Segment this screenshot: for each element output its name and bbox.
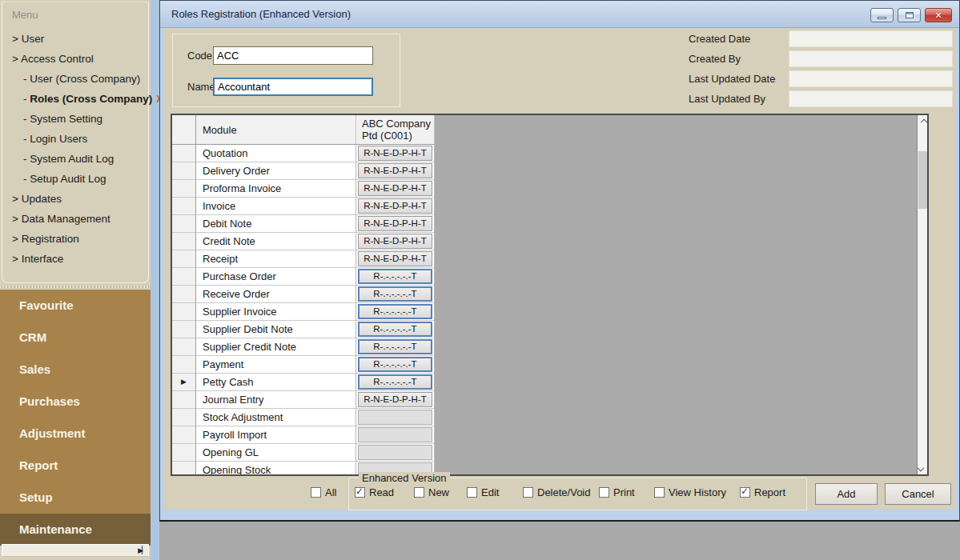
category-button[interactable]: Sales bbox=[0, 354, 151, 386]
module-cell[interactable]: Petty Cash bbox=[196, 374, 356, 391]
category-button[interactable]: CRM bbox=[0, 322, 151, 354]
vertical-scrollbar[interactable] bbox=[917, 115, 927, 474]
row-selector[interactable]: ▶ bbox=[172, 145, 196, 162]
module-cell[interactable]: Supplier Credit Note bbox=[196, 338, 356, 356]
row-selector[interactable]: ▶ bbox=[172, 374, 196, 391]
permission-button[interactable]: R-.-.-.-.-.-T bbox=[358, 339, 432, 354]
meta-field[interactable] bbox=[789, 70, 953, 87]
scrollbar-thumb[interactable] bbox=[918, 151, 927, 209]
footer-checkbox[interactable]: ✓ Report bbox=[740, 486, 785, 498]
footer-checkbox[interactable]: ✓ All bbox=[311, 486, 336, 498]
row-selector[interactable]: ▶ bbox=[172, 215, 196, 233]
permission-button[interactable]: R-.-.-.-.-.-T bbox=[358, 286, 432, 302]
category-button[interactable]: Purchases bbox=[0, 386, 151, 418]
permission-button[interactable]: R-N-E-D-P-H-T bbox=[358, 251, 432, 266]
tree-item[interactable]: - User (Cross Company) bbox=[2, 69, 148, 89]
tree-item[interactable]: > User bbox=[2, 29, 148, 49]
scroll-down-button[interactable] bbox=[918, 462, 927, 474]
module-cell[interactable]: Invoice bbox=[196, 198, 356, 215]
minimize-button[interactable] bbox=[870, 8, 894, 22]
module-cell[interactable]: Payment bbox=[196, 356, 356, 374]
row-selector[interactable]: ▶ bbox=[172, 444, 196, 462]
row-selector[interactable]: ▶ bbox=[172, 233, 196, 250]
permission-button[interactable]: R-N-E-D-P-H-T bbox=[358, 234, 432, 249]
meta-field[interactable] bbox=[789, 30, 953, 47]
tree-item[interactable]: > Data Management bbox=[2, 209, 148, 229]
row-selector[interactable]: ▶ bbox=[172, 286, 196, 303]
row-selector[interactable]: ▶ bbox=[172, 338, 196, 356]
close-button[interactable]: ✕ bbox=[925, 8, 952, 22]
module-cell[interactable]: Proforma Invoice bbox=[196, 180, 356, 198]
row-selector[interactable]: ▶ bbox=[172, 462, 196, 476]
row-selector[interactable]: ▶ bbox=[172, 321, 196, 338]
tree-item[interactable]: - System Setting bbox=[2, 109, 148, 129]
permission-button[interactable]: R-N-E-D-P-H-T bbox=[358, 163, 432, 178]
row-selector[interactable]: ▶ bbox=[172, 409, 196, 426]
module-column-header[interactable]: Module bbox=[196, 115, 356, 145]
footer-checkbox[interactable]: ✓ Print bbox=[599, 486, 635, 498]
row-selector[interactable]: ▶ bbox=[172, 250, 196, 268]
permission-button[interactable]: R-N-E-D-P-H-T bbox=[358, 198, 432, 214]
code-input[interactable] bbox=[213, 46, 373, 65]
titlebar[interactable]: Roles Registration (Enhanced Version) ✕ bbox=[160, 1, 959, 28]
permission-button[interactable]: R-.-.-.-.-.-T bbox=[358, 357, 432, 372]
company-column-header[interactable]: ABC Company Ptd (C001) bbox=[356, 115, 435, 145]
module-cell[interactable]: Opening Stock bbox=[196, 462, 356, 476]
permission-button[interactable]: R-.-.-.-.-.-T bbox=[358, 304, 432, 319]
module-cell[interactable]: Supplier Debit Note bbox=[196, 321, 356, 338]
permission-button[interactable]: R-N-E-D-P-H-T bbox=[358, 392, 432, 407]
category-button[interactable]: Maintenance bbox=[0, 514, 151, 546]
permission-button[interactable]: R-.-.-.-.-.-T bbox=[358, 322, 432, 337]
footer-checkbox[interactable]: ✓ View History bbox=[654, 486, 726, 498]
category-button[interactable]: Favourite bbox=[0, 290, 151, 322]
module-cell[interactable]: Purchase Order bbox=[196, 268, 356, 286]
module-cell[interactable]: Supplier Invoice bbox=[196, 303, 356, 321]
row-selector[interactable]: ▶ bbox=[172, 162, 196, 180]
module-cell[interactable]: Quotation bbox=[196, 145, 356, 162]
module-cell[interactable]: Delivery Order bbox=[196, 162, 356, 180]
sidebar-splitter[interactable] bbox=[0, 284, 151, 290]
module-cell[interactable]: Receipt bbox=[196, 250, 356, 268]
tree-item[interactable]: > Access Control bbox=[2, 49, 148, 69]
permission-button[interactable] bbox=[358, 427, 432, 442]
permission-button[interactable]: R-.-.-.-.-.-T bbox=[358, 269, 432, 284]
module-cell[interactable]: Debit Note bbox=[196, 215, 356, 233]
permission-button[interactable] bbox=[358, 410, 432, 425]
module-cell[interactable]: Opening GL bbox=[196, 444, 356, 462]
footer-checkbox[interactable]: ✓ New bbox=[414, 486, 449, 498]
tree-item[interactable]: - Login Users bbox=[2, 129, 148, 149]
footer-checkbox[interactable]: ✓ Delete/Void bbox=[523, 486, 591, 498]
permission-button[interactable]: R-.-.-.-.-.-T bbox=[358, 374, 432, 390]
meta-field[interactable] bbox=[789, 50, 953, 67]
module-cell[interactable]: Stock Adjustment bbox=[196, 409, 356, 426]
tree-item[interactable]: > Registration bbox=[2, 229, 148, 249]
footer-checkbox[interactable]: ✓ Read bbox=[355, 486, 394, 498]
name-input[interactable] bbox=[213, 78, 373, 96]
module-cell[interactable]: Journal Entry bbox=[196, 391, 356, 409]
module-cell[interactable]: Receive Order bbox=[196, 286, 356, 303]
row-selector[interactable]: ▶ bbox=[172, 391, 196, 409]
row-selector[interactable]: ▶ bbox=[172, 198, 196, 215]
permission-button[interactable] bbox=[358, 445, 432, 460]
tree-item[interactable]: - Roles (Cross Company) X bbox=[2, 89, 148, 109]
restore-button[interactable] bbox=[898, 8, 921, 22]
tree-item[interactable]: - Setup Audit Log bbox=[2, 169, 148, 189]
row-selector[interactable]: ▶ bbox=[172, 356, 196, 374]
permission-button[interactable]: R-N-E-D-P-H-T bbox=[358, 146, 432, 161]
row-selector[interactable]: ▶ bbox=[172, 180, 196, 198]
permission-button[interactable]: R-N-E-D-P-H-T bbox=[358, 216, 432, 231]
tree-item[interactable]: > Interface bbox=[2, 249, 148, 269]
category-button[interactable]: Adjustment bbox=[0, 418, 151, 450]
module-cell[interactable]: Credit Note bbox=[196, 233, 356, 250]
tree-item[interactable]: - System Audit Log bbox=[2, 149, 148, 169]
add-button[interactable]: Add bbox=[815, 483, 878, 505]
meta-field[interactable] bbox=[789, 90, 953, 107]
tree-item[interactable]: > Updates bbox=[2, 189, 148, 209]
sidebar-hscroll[interactable] bbox=[2, 544, 149, 557]
row-selector[interactable]: ▶ bbox=[172, 303, 196, 321]
category-button[interactable]: Report bbox=[0, 450, 151, 482]
module-cell[interactable]: Payroll Import bbox=[196, 426, 356, 444]
permission-button[interactable]: R-N-E-D-P-H-T bbox=[358, 181, 432, 196]
scroll-up-button[interactable] bbox=[918, 115, 927, 127]
category-button[interactable]: Setup bbox=[0, 482, 151, 514]
